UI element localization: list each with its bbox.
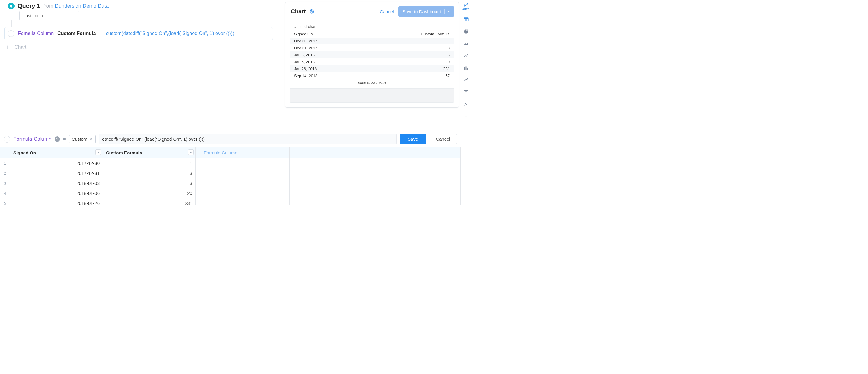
chart-table-row[interactable]: Sep 14, 201857: [290, 72, 454, 79]
add-formula-button[interactable]: +: [4, 136, 10, 142]
chart-col-signed-on: Signed On: [294, 32, 313, 36]
step-name: Custom Formula: [57, 31, 96, 36]
cell-blank: [289, 178, 383, 188]
equals-sign: =: [99, 31, 102, 36]
col-header-blank: [289, 147, 383, 158]
svg-point-9: [465, 103, 466, 104]
cell-signed-on: 2018-01-03: [10, 178, 103, 188]
funnel-chart-icon[interactable]: [462, 89, 470, 95]
chevron-down-icon[interactable]: ▾: [188, 149, 193, 155]
col-header-signed-on[interactable]: Signed On ▾: [10, 147, 103, 158]
help-icon[interactable]: ?: [55, 136, 60, 142]
formula-input[interactable]: [99, 134, 397, 144]
cell-custom-formula: 1: [103, 158, 196, 168]
gear-icon[interactable]: [309, 8, 314, 15]
col-header-label: Custom Formula: [106, 150, 142, 155]
save-button[interactable]: Save: [400, 134, 426, 144]
cell-signed-on: 2018-01-06: [10, 188, 103, 198]
chart-step-label: Chart: [14, 44, 26, 50]
formula-editor-region: + Formula Column ? = Custom ✕ Save Cance…: [0, 131, 461, 205]
chart-cell-date: Jan 6, 2018: [294, 60, 315, 64]
chart-table-row[interactable]: Dec 30, 20171: [290, 37, 454, 44]
cell-blank: [383, 188, 461, 198]
chart-table-row[interactable]: Dec 31, 20173: [290, 44, 454, 52]
function-chip-custom[interactable]: Custom ✕: [69, 135, 96, 143]
formula-column-label: Formula Column: [13, 136, 52, 142]
scatter-chart-icon[interactable]: [462, 101, 470, 107]
bar-chart-icon: [4, 44, 11, 50]
cell-blank: [196, 168, 289, 178]
chart-cell-date: Dec 31, 2017: [294, 46, 317, 50]
cell-signed-on: 2017-12-30: [10, 158, 103, 168]
remove-chip-icon[interactable]: ✕: [90, 137, 93, 141]
chart-cell-date: Jan 3, 2018: [294, 53, 315, 57]
step-formula-column[interactable]: + Formula Column Custom Formula = custom…: [4, 27, 273, 40]
datasource-link[interactable]: Dundersign Demo Data: [55, 3, 109, 9]
sparkline-icon[interactable]: [462, 76, 470, 83]
step-expression: custom(datediff("Signed On",(lead("Signe…: [106, 31, 234, 36]
bar-chart-icon[interactable]: [462, 64, 470, 71]
chart-preview-body: Untitled chart Signed On Custom Formula …: [289, 21, 454, 103]
table-row[interactable]: 52018-01-26231: [0, 198, 461, 205]
chart-table-row[interactable]: Jan 6, 201820: [290, 58, 454, 65]
column-tag-last-login[interactable]: Last Login: [20, 11, 79, 20]
auto-label: AUTO: [462, 8, 470, 10]
save-to-dashboard-button[interactable]: Save to Dashboard ▾: [398, 6, 454, 16]
cell-blank: [289, 158, 383, 168]
chart-table-row[interactable]: Jan 26, 2018231: [290, 65, 454, 72]
chart-cancel-link[interactable]: Cancel: [380, 9, 394, 14]
table-icon[interactable]: [462, 16, 470, 23]
cell-blank: [289, 188, 383, 198]
chevron-down-icon[interactable]: ▾: [95, 149, 101, 155]
svg-rect-3: [465, 67, 466, 70]
step-type-label: Formula Column: [18, 31, 54, 36]
line-chart-icon[interactable]: [462, 53, 470, 59]
chart-cell-value: 1: [447, 39, 450, 43]
cancel-button[interactable]: Cancel: [429, 134, 457, 144]
add-step-button[interactable]: +: [7, 30, 14, 37]
datasource-icon: [8, 3, 14, 9]
cell-blank: [383, 178, 461, 188]
chart-cell-value: 20: [445, 60, 450, 64]
cell-custom-formula: 20: [103, 188, 196, 198]
chart-cell-date: Jan 26, 2018: [294, 67, 317, 71]
chevron-down-icon: ▾: [444, 9, 450, 14]
query-subtitle: from Dundersign Demo Data: [43, 3, 108, 9]
pipeline-connector: [11, 20, 11, 27]
plus-icon: +: [199, 150, 202, 155]
magic-wand-icon[interactable]: [462, 2, 470, 8]
area-chart-icon[interactable]: [462, 40, 470, 47]
cell-blank: [196, 198, 289, 205]
query-title[interactable]: Query 1: [18, 2, 40, 9]
chart-table-row[interactable]: Jan 3, 20183: [290, 52, 454, 58]
row-number: 2: [0, 168, 10, 178]
add-formula-column-header[interactable]: + Formula Column: [196, 147, 289, 158]
row-number: 1: [0, 158, 10, 168]
table-body: 12017-12-30122017-12-31332018-01-0334201…: [0, 158, 461, 205]
chart-cell-date: Dec 30, 2017: [294, 39, 317, 43]
cell-custom-formula: 231: [103, 198, 196, 205]
chevron-down-icon[interactable]: [462, 113, 470, 120]
table-row[interactable]: 32018-01-033: [0, 178, 461, 188]
chart-cell-value: 231: [443, 67, 450, 71]
chart-footer: [290, 88, 454, 102]
cell-blank: [289, 168, 383, 178]
pie-chart-icon[interactable]: [462, 28, 470, 35]
col-header-custom-formula[interactable]: Custom Formula ▾: [103, 147, 196, 158]
chart-cell-date: Sep 14, 2018: [294, 73, 317, 78]
view-all-rows-link[interactable]: View all 442 rows: [290, 79, 454, 88]
chart-panel-title: Chart: [291, 8, 306, 15]
chart-untitled-label[interactable]: Untitled chart: [290, 24, 454, 31]
table-row[interactable]: 42018-01-0620: [0, 188, 461, 198]
cell-blank: [289, 198, 383, 205]
svg-point-8: [464, 105, 465, 106]
svg-point-0: [311, 10, 312, 12]
table-row[interactable]: 22017-12-313: [0, 168, 461, 178]
svg-rect-2: [464, 67, 465, 70]
table-row[interactable]: 12017-12-301: [0, 158, 461, 168]
svg-rect-5: [464, 91, 468, 91]
chart-preview-panel: Chart Cancel Save to Dashboard ▾ Untitle…: [285, 2, 459, 108]
svg-rect-4: [467, 68, 468, 70]
cell-blank: [383, 168, 461, 178]
chart-table-header: Signed On Custom Formula: [290, 31, 454, 37]
